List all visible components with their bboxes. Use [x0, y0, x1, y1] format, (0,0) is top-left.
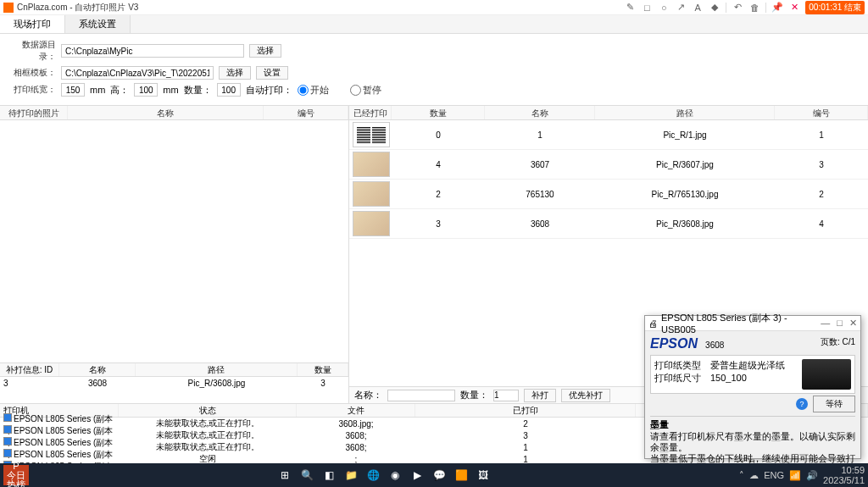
- printer-checkbox[interactable]: [3, 413, 12, 422]
- mid-name-label: 名称：: [354, 389, 382, 401]
- thumb-icon: [353, 211, 390, 236]
- dialog-close-icon[interactable]: ✕: [849, 318, 857, 329]
- info-name: 3608: [59, 377, 136, 402]
- thumb-icon: [353, 122, 390, 147]
- pending-list: [0, 120, 348, 362]
- app-icon-4[interactable]: 🟧: [451, 465, 471, 485]
- ink-title: 墨量: [650, 419, 669, 429]
- close-icon[interactable]: ✕: [788, 2, 800, 14]
- tray-time: 10:59: [823, 465, 865, 475]
- tool-blur-icon[interactable]: ◆: [709, 2, 721, 14]
- tool-text-icon[interactable]: A: [692, 2, 704, 14]
- printer-image: [802, 359, 851, 390]
- mm-unit: mm: [90, 85, 105, 95]
- info-th-name: 名称: [59, 363, 136, 376]
- wait-button[interactable]: 等待: [813, 396, 855, 412]
- edge-icon[interactable]: 🌐: [363, 465, 383, 485]
- dialog-model: 3608: [705, 340, 724, 350]
- copy-label: 数量：: [184, 84, 212, 97]
- width-input[interactable]: [61, 83, 85, 97]
- tray-lang[interactable]: ENG: [764, 470, 784, 480]
- printer-checkbox[interactable]: [3, 425, 12, 434]
- tpl-label: 相框模板：: [8, 67, 56, 79]
- tab-live-print[interactable]: 现场打印: [0, 15, 65, 33]
- p-th-status: 状态: [119, 404, 297, 417]
- taskview-icon[interactable]: ◧: [319, 465, 339, 485]
- priority-reprint-button[interactable]: 优先补打: [561, 389, 610, 402]
- dialog-printer-icon: 🖨: [648, 318, 658, 329]
- printer-checkbox[interactable]: [3, 449, 12, 457]
- tool-arrow-icon[interactable]: ↗: [675, 2, 687, 14]
- print-dialog: 🖨 EPSON L805 Series (副本 3) - USB005 — □ …: [644, 315, 861, 459]
- radio-pause[interactable]: 暂停: [350, 84, 398, 97]
- height-input[interactable]: [134, 83, 158, 97]
- dir-browse-button[interactable]: 选择: [249, 44, 281, 58]
- printed-row[interactable]: 2765130 Pic_R/765130.jpg2: [349, 180, 868, 209]
- left-th-name: 名称: [68, 106, 264, 119]
- dir-label: 数据源目录：: [8, 39, 56, 63]
- timer-badge: 00:01:31 结束: [805, 1, 865, 14]
- p-th-done: 已打印: [415, 404, 636, 417]
- tray-arrow-icon[interactable]: ˄: [739, 470, 744, 481]
- epson-brand: EPSON: [650, 336, 698, 351]
- window-title: CnPlaza.com - 自动打印照片 V3: [17, 2, 624, 14]
- start-icon[interactable]: ⊞: [275, 465, 295, 485]
- printed-row[interactable]: 33608 Pic_R/3608.jpg4: [349, 209, 868, 239]
- r-th-id: 编号: [775, 106, 868, 119]
- app-icon-5[interactable]: 🖼: [473, 465, 493, 485]
- tool-pin-icon[interactable]: 📌: [771, 2, 783, 14]
- tool-square-icon[interactable]: □: [641, 2, 653, 14]
- help-icon[interactable]: ?: [796, 398, 808, 410]
- dialog-title: EPSON L805 Series (副本 3) - USB005: [661, 312, 821, 335]
- info-path: Pic_R/3608.jpg: [136, 377, 298, 402]
- left-th-photo: 待打印的照片: [0, 106, 68, 119]
- mm-unit2: mm: [163, 85, 178, 95]
- app-icon-1[interactable]: ◉: [385, 465, 405, 485]
- copy-input[interactable]: [217, 83, 241, 97]
- explorer-icon[interactable]: 📁: [341, 465, 361, 485]
- dialog-pages: 页数: C/1: [821, 336, 855, 348]
- thumb-icon: [353, 181, 390, 207]
- tool-undo-icon[interactable]: ↶: [732, 2, 743, 14]
- taskbar-today[interactable]: P今日 热榜: [3, 465, 29, 485]
- reprint-button[interactable]: 补打: [524, 389, 556, 402]
- info-th-path: 路径: [136, 363, 298, 376]
- printer-checkbox[interactable]: [3, 437, 12, 445]
- tray-volume-icon[interactable]: 🔊: [806, 470, 818, 481]
- tpl-input[interactable]: [61, 66, 214, 80]
- tool-pencil-icon[interactable]: ✎: [624, 2, 636, 14]
- printed-row[interactable]: 01 Pic_R/1.jpg1: [349, 120, 868, 150]
- tool-circle-icon[interactable]: ○: [658, 2, 670, 14]
- dialog-max-icon[interactable]: □: [837, 318, 843, 329]
- tab-settings[interactable]: 系统设置: [65, 15, 131, 33]
- thumb-icon: [353, 152, 390, 177]
- mid-qty-label: 数量：: [460, 389, 488, 401]
- size-label: 打印纸宽：: [8, 84, 56, 96]
- r-th-qty: 数量: [392, 106, 485, 119]
- search-icon[interactable]: 🔍: [297, 465, 317, 485]
- r-th-name: 名称: [485, 106, 595, 119]
- tpl-browse-button[interactable]: 选择: [219, 66, 251, 80]
- height-label: 高：: [110, 84, 129, 97]
- tpl-config-button[interactable]: 设置: [256, 66, 288, 80]
- info-th-qty: 数量: [298, 363, 348, 376]
- app-icon-2[interactable]: ▶: [407, 465, 427, 485]
- dir-input[interactable]: [61, 44, 244, 58]
- app-icon: [3, 3, 14, 13]
- r-th-path: 路径: [595, 106, 775, 119]
- info-id: 3: [0, 377, 59, 402]
- r-th-thumb: 已经打印的…: [349, 106, 392, 119]
- tray-date: 2023/5/11: [823, 475, 865, 485]
- auto-label: 自动打印：: [246, 84, 292, 97]
- radio-start[interactable]: 开始: [298, 84, 345, 97]
- tool-trash-icon[interactable]: 🗑: [748, 2, 760, 14]
- printed-row[interactable]: 43607 Pic_R/3607.jpg3: [349, 150, 868, 180]
- tray-onedrive-icon[interactable]: ☁: [749, 470, 759, 481]
- info-th-id: 补打信息: ID: [0, 363, 59, 376]
- mid-qty-input[interactable]: [493, 390, 519, 401]
- left-th-id: 编号: [264, 106, 348, 119]
- dialog-min-icon[interactable]: —: [821, 318, 830, 329]
- app-icon-3[interactable]: 💬: [429, 465, 449, 485]
- mid-name-input[interactable]: [387, 390, 455, 401]
- tray-wifi-icon[interactable]: 📶: [789, 470, 801, 481]
